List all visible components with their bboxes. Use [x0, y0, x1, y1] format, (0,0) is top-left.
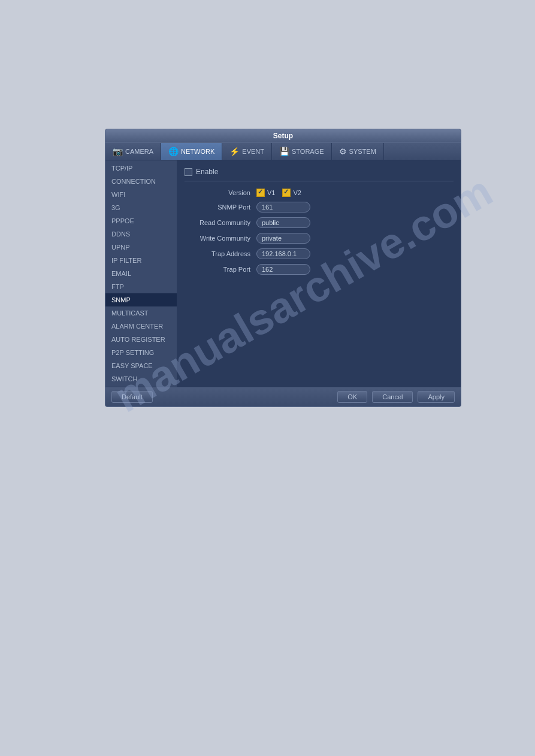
trap-port-input[interactable] [256, 264, 310, 275]
ok-button[interactable]: OK [337, 391, 367, 403]
sidebar-item-autoregister[interactable]: AUTO REGISTER [105, 333, 177, 346]
sidebar-item-ipfilter[interactable]: IP FILTER [105, 254, 177, 267]
storage-icon: 💾 [279, 147, 289, 156]
enable-checkbox[interactable] [185, 168, 192, 176]
title-bar: Setup [105, 129, 461, 143]
trap-address-label: Trap Address [185, 250, 256, 257]
sidebar-item-upnp[interactable]: UPNP [105, 241, 177, 254]
trap-address-row: Trap Address [185, 248, 454, 259]
sidebar-item-easyspace[interactable]: EASY SPACE [105, 359, 177, 372]
read-community-label: Read Community [185, 219, 256, 226]
sidebar-item-tcpip[interactable]: TCP/IP [105, 162, 177, 175]
sidebar-item-snmp[interactable]: SNMP [105, 293, 177, 306]
footer-bar: Default OK Cancel Apply [105, 387, 461, 406]
title-label: Setup [273, 132, 293, 140]
system-icon: ⚙ [339, 147, 347, 156]
enable-label: Enable [196, 168, 218, 176]
tab-network[interactable]: 🌐 NETWORK [161, 143, 222, 160]
sidebar-item-multicast[interactable]: MULTICAST [105, 306, 177, 320]
cancel-button[interactable]: Cancel [372, 391, 413, 403]
snmp-port-input[interactable] [256, 202, 310, 212]
sidebar-item-email[interactable]: EMAIL [105, 267, 177, 280]
sidebar-item-switch[interactable]: SWITCH [105, 372, 177, 385]
footer-right-buttons: OK Cancel Apply [337, 391, 455, 403]
trap-address-input[interactable] [256, 248, 310, 259]
v2-label: V2 [293, 189, 301, 196]
tab-event-label: EVENT [242, 148, 264, 155]
tab-camera-label: CAMERA [125, 148, 153, 155]
sidebar-item-3g[interactable]: 3G [105, 201, 177, 214]
network-icon: 🌐 [168, 147, 179, 156]
v2-checkbox[interactable] [282, 189, 291, 197]
tab-bar: 📷 CAMERA 🌐 NETWORK ⚡ EVENT 💾 STORAGE ⚙ S… [105, 143, 461, 160]
snmp-port-row: SNMP Port [185, 202, 454, 212]
version-options: V1 V2 [256, 189, 301, 197]
read-community-row: Read Community [185, 217, 454, 228]
tab-event[interactable]: ⚡ EVENT [222, 143, 272, 160]
sidebar-item-p2psetting[interactable]: P2P SETTING [105, 346, 177, 359]
sidebar-item-pppoe[interactable]: PPPOE [105, 214, 177, 227]
sidebar-item-ftp[interactable]: FTP [105, 280, 177, 293]
sidebar-item-wifi[interactable]: WIFI [105, 188, 177, 201]
tab-system[interactable]: ⚙ SYSTEM [332, 143, 384, 160]
default-button[interactable]: Default [111, 391, 153, 403]
snmp-port-label: SNMP Port [185, 204, 256, 211]
tab-system-label: SYSTEM [349, 148, 376, 155]
main-content: TCP/IP CONNECTION WIFI 3G PPPOE DDNS UPN… [105, 160, 461, 387]
sidebar-item-ddns[interactable]: DDNS [105, 227, 177, 241]
trap-port-label: Trap Port [185, 266, 256, 273]
apply-button[interactable]: Apply [418, 391, 455, 403]
sidebar-item-connection[interactable]: CONNECTION [105, 175, 177, 188]
setup-dialog: Setup 📷 CAMERA 🌐 NETWORK ⚡ EVENT 💾 STORA… [105, 129, 461, 407]
sidebar-item-alarmcenter[interactable]: ALARM CENTER [105, 320, 177, 333]
v1-checkbox[interactable] [256, 189, 265, 197]
tab-storage[interactable]: 💾 STORAGE [272, 143, 332, 160]
enable-row: Enable [185, 168, 454, 181]
trap-port-row: Trap Port [185, 264, 454, 275]
version-row: Version V1 V2 [185, 189, 454, 197]
version-v1-option: V1 [256, 189, 275, 197]
write-community-input[interactable] [256, 233, 310, 244]
tab-network-label: NETWORK [181, 148, 214, 155]
event-icon: ⚡ [229, 147, 240, 156]
v1-label: V1 [267, 189, 275, 196]
sidebar: TCP/IP CONNECTION WIFI 3G PPPOE DDNS UPN… [105, 160, 177, 387]
version-v2-option: V2 [282, 189, 301, 197]
tab-storage-label: STORAGE [292, 148, 324, 155]
version-field-label: Version [185, 189, 256, 196]
write-community-row: Write Community [185, 233, 454, 244]
read-community-input[interactable] [256, 217, 310, 228]
write-community-label: Write Community [185, 235, 256, 242]
content-area: Enable Version V1 V2 SNMP Po [177, 160, 461, 387]
camera-icon: 📷 [113, 147, 123, 156]
tab-camera[interactable]: 📷 CAMERA [105, 143, 161, 160]
